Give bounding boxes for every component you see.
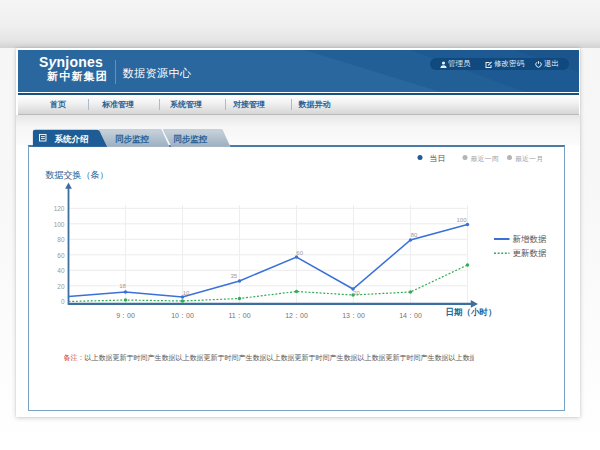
svg-text:80: 80 (411, 232, 418, 238)
svg-text:0: 0 (61, 298, 65, 305)
svg-text:18: 18 (119, 283, 126, 289)
svg-text:14：00: 14：00 (399, 312, 422, 319)
svg-text:数据交换（条）: 数据交换（条） (46, 170, 109, 180)
svg-text:20: 20 (57, 283, 65, 290)
svg-text:60: 60 (57, 252, 65, 259)
svg-text:20: 20 (353, 290, 360, 296)
svg-text:新增数据: 新增数据 (513, 234, 548, 244)
svg-text:100: 100 (456, 217, 467, 223)
svg-text:80: 80 (57, 236, 65, 243)
svg-text:最近一月: 最近一月 (515, 155, 543, 163)
svg-text:120: 120 (54, 205, 65, 212)
svg-text:12：00: 12：00 (285, 312, 308, 319)
svg-text:35: 35 (230, 273, 237, 279)
svg-text:更新数据: 更新数据 (513, 248, 548, 258)
svg-text:9：00: 9：00 (116, 312, 135, 319)
svg-text:当日: 当日 (430, 154, 446, 163)
svg-text:10: 10 (183, 290, 190, 296)
svg-text:10：00: 10：00 (171, 312, 194, 319)
svg-text:40: 40 (57, 267, 65, 274)
svg-text:最近一周: 最近一周 (471, 155, 499, 162)
svg-text:100: 100 (54, 221, 65, 228)
svg-text:日期（小时）: 日期（小时） (446, 307, 497, 317)
svg-text:11：00: 11：00 (228, 312, 250, 319)
svg-text:13：00: 13：00 (342, 312, 365, 319)
svg-text:60: 60 (296, 250, 303, 256)
